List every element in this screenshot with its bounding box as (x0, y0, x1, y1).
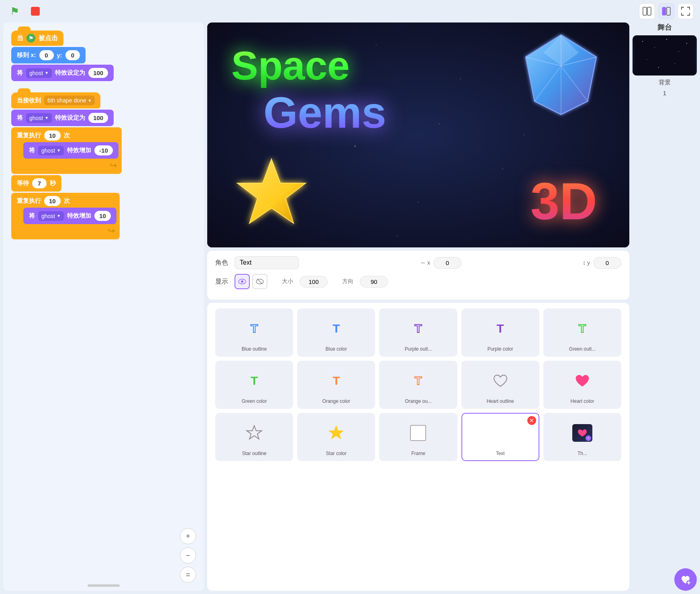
scrollbar[interactable] (88, 584, 120, 587)
costume-green-outline[interactable]: T Green outl... (543, 308, 621, 357)
costume-thumb-green-color: T (251, 374, 258, 388)
hat1-flag-icon: ⚑ (27, 34, 35, 43)
costume-label-orange-outline: Orange ou... (405, 398, 432, 404)
delete-badge[interactable]: ✕ (527, 416, 536, 425)
costume-label-green-outline: Green outl... (569, 346, 596, 352)
show-button[interactable] (235, 274, 250, 289)
3d-text: 3D (531, 171, 597, 231)
hide-button[interactable] (252, 274, 267, 289)
costume-thumb-purple-outline: T (414, 322, 422, 335)
svg-marker-12 (237, 159, 306, 223)
costume-label-orange-color: Orange color (322, 398, 350, 404)
dir-label: 方向 (342, 278, 353, 285)
costume-green-color[interactable]: T Green color (215, 361, 293, 409)
repeat1-suffix: 次 (64, 132, 70, 139)
costume-thumb-orange-outline: T (414, 374, 422, 388)
svg-point-26 (646, 59, 647, 60)
ghost-set-label-2: 将 (17, 114, 23, 122)
wait-val[interactable]: 7 (32, 178, 47, 188)
ghost-inc2-suffix: 特效增加 (67, 212, 91, 220)
stage-canvas: Space Gems 3D (207, 22, 629, 247)
move-y-label: y: (57, 52, 62, 59)
costume-orange-color[interactable]: T Orange color (297, 361, 375, 409)
ghost-set-val-1[interactable]: 100 (88, 68, 108, 78)
costume-label-heart-outline: Heart outline (487, 398, 514, 404)
bg-count: 1 (633, 90, 697, 96)
move-x-input[interactable]: 0 (39, 50, 54, 60)
ghost-set-val-2[interactable]: 100 (88, 113, 108, 123)
costumes-grid: T Blue outline T Blue color T Purpl (215, 308, 621, 461)
y-arrows-icon: ↕ y (583, 259, 590, 266)
costume-label-blue-outline: Blue outline (242, 346, 267, 352)
costume-frame[interactable]: Frame (379, 413, 457, 461)
costume-purple-color[interactable]: T Purple color (461, 308, 539, 357)
x-coord-input[interactable] (433, 257, 461, 269)
costume-label-star-color: Star color (326, 451, 347, 456)
costume-star-color[interactable]: Star color (297, 413, 375, 461)
size-label: 大小 (282, 278, 293, 285)
dir-input[interactable] (360, 276, 388, 288)
zoom-reset-button[interactable]: = (180, 567, 196, 583)
gems-text: Gems (263, 87, 386, 138)
size-input[interactable] (300, 276, 328, 288)
costume-heart-outline[interactable]: Heart outline (461, 361, 539, 409)
costume-purple-outline[interactable]: T Purple outl... (379, 308, 457, 357)
costume-label-star-outline: Star outline (242, 451, 267, 456)
costume-orange-outline[interactable]: T Orange ou... (379, 361, 457, 409)
coord-group-y: ↕ y (583, 257, 621, 269)
show-label: 显示 (215, 278, 228, 286)
receive-msg-dropdown[interactable]: 6th shape done ▼ (44, 96, 95, 105)
costume-star-outline[interactable]: Star outline (215, 413, 293, 461)
repeat2-count[interactable]: 10 (44, 196, 61, 206)
add-sprite-button[interactable] (674, 568, 697, 591)
code-panel: 当 ⚑ 被点击 移到 x: 0 y: 0 将 ghost▼ 特效设定为 100 (3, 22, 204, 591)
ghost-dropdown-2[interactable]: ghost▼ (26, 113, 52, 123)
zoom-out-button[interactable]: − (180, 547, 196, 563)
sprite-name-input[interactable] (235, 256, 299, 269)
side-view-button[interactable] (658, 3, 674, 19)
text-active-thumb (492, 425, 509, 441)
fullscreen-button[interactable] (678, 3, 694, 19)
ghost-inc2-val[interactable]: 10 (94, 211, 111, 221)
costume-thumb-blue-color: T (333, 322, 340, 335)
move-y-input[interactable]: 0 (65, 50, 80, 60)
svg-point-23 (666, 39, 667, 40)
repeat1-count[interactable]: 10 (44, 131, 61, 141)
svg-marker-18 (247, 426, 262, 439)
stage-thumbnail[interactable] (633, 35, 697, 76)
ghost-dropdown-1[interactable]: ghost▼ (26, 68, 52, 78)
costume-thumb-green-outline: T (579, 322, 586, 335)
costumes-area: T Blue outline T Blue color T Purpl (207, 303, 629, 591)
costume-heart-color[interactable]: Heart color (543, 361, 621, 409)
costume-label-purple-outline: Purple outl... (405, 346, 432, 352)
sprite-info-row: 角色 ↔ x ↕ y (215, 256, 621, 269)
costume-label-frame: Frame (411, 451, 425, 456)
costume-blue-outline[interactable]: T Blue outline (215, 308, 293, 357)
costume-blue-color[interactable]: T Blue color (297, 308, 375, 357)
split-view-button[interactable] (639, 3, 655, 19)
zoom-in-button[interactable]: + (180, 528, 196, 544)
flag-button[interactable]: ⚑ (6, 3, 22, 19)
costume-thumb-purple-color: T (497, 322, 504, 335)
stage-thumb-inner (633, 35, 697, 76)
costume-text-active[interactable]: ✕ Text (461, 413, 539, 461)
block-group-1: 当 ⚑ 被点击 移到 x: 0 y: 0 将 ghost▼ 特效设定为 100 (11, 31, 196, 81)
svg-point-25 (686, 43, 687, 44)
loop-arrow-1: ↪ (110, 160, 117, 171)
costume-sprite[interactable]: + Th... (543, 413, 621, 461)
ghost-dropdown-4[interactable]: ghost▼ (38, 211, 64, 221)
y-coord-input[interactable] (593, 257, 621, 269)
svg-rect-1 (647, 7, 651, 15)
ghost-inc-val[interactable]: -10 (94, 145, 113, 155)
ghost-set-label: 将 (17, 69, 23, 77)
svg-rect-2 (662, 7, 666, 15)
ghost-set-suffix-2: 特效设定为 (55, 114, 85, 122)
svg-rect-3 (667, 7, 670, 15)
stop-button[interactable] (27, 3, 43, 19)
block-group-2: 当接收到 6th shape done ▼ 将 ghost▼ 特效设定为 100… (11, 92, 196, 239)
sprite-controls: 角色 ↔ x ↕ y 显示 (207, 251, 629, 300)
ghost-dropdown-3[interactable]: ghost▼ (38, 146, 64, 155)
x-arrows-icon: ↔ x (420, 259, 430, 266)
wait-label: 等待 (17, 180, 29, 187)
costume-label-heart-color: Heart color (571, 398, 594, 404)
